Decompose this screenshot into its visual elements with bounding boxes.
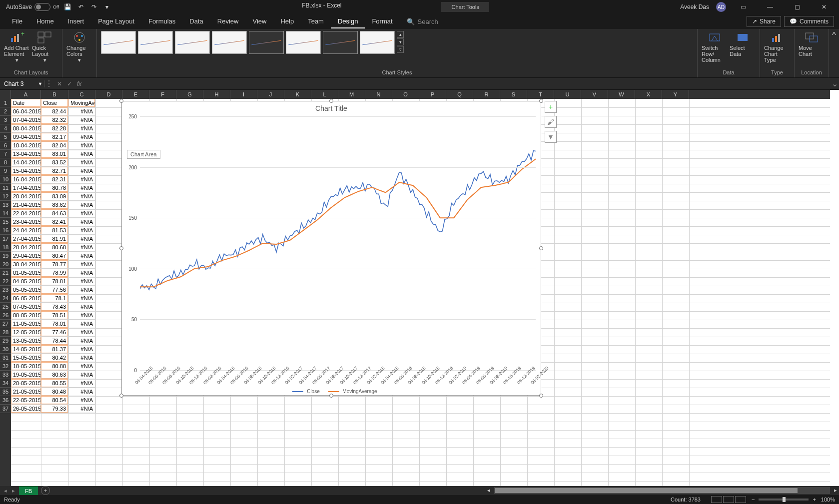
collapse-ribbon-icon[interactable]: ^ — [832, 31, 836, 40]
sheet-nav-prev-icon[interactable]: ◂ — [4, 488, 7, 494]
cell[interactable]: 26-05-2015 — [11, 405, 41, 413]
add-chart-element-button[interactable]: + Add Chart Element ▾ — [4, 31, 30, 63]
ribbon-tab-formulas[interactable]: Formulas — [141, 15, 182, 28]
column-header[interactable]: U — [554, 90, 581, 99]
column-header[interactable]: A — [11, 90, 41, 99]
cell[interactable]: #N/A — [68, 379, 95, 387]
minimize-button[interactable]: — — [760, 0, 780, 14]
cell[interactable]: 84.63 — [41, 209, 68, 217]
cell[interactable]: 05-05-2015 — [11, 286, 41, 294]
close-button[interactable]: ✕ — [814, 0, 834, 14]
column-header[interactable]: T — [527, 90, 554, 99]
cell[interactable]: 07-04-2015 — [11, 116, 41, 124]
row-header[interactable]: 24 — [0, 294, 11, 303]
cell[interactable]: 83.52 — [41, 158, 68, 166]
autosave-toggle[interactable]: AutoSave Off — [6, 3, 59, 11]
ribbon-tab-page-layout[interactable]: Page Layout — [91, 15, 141, 28]
cell[interactable]: 79.33 — [41, 405, 68, 413]
cell[interactable]: 23-04-2015 — [11, 218, 41, 226]
user-name[interactable]: Aveek Das — [680, 3, 709, 10]
row-header[interactable]: 26 — [0, 311, 11, 320]
cell[interactable]: 81.91 — [41, 235, 68, 243]
row-header[interactable]: 31 — [0, 354, 11, 362]
column-header[interactable]: D — [95, 90, 122, 99]
cell[interactable]: 01-05-2015 — [11, 269, 41, 277]
cell[interactable]: 11-05-2015 — [11, 320, 41, 328]
cell[interactable]: 82.32 — [41, 116, 68, 124]
chart-elements-button[interactable]: + — [545, 101, 557, 113]
cell[interactable]: #N/A — [68, 218, 95, 226]
row-header[interactable]: 10 — [0, 175, 11, 184]
column-header[interactable]: M — [338, 90, 365, 99]
formula-bar-expand-icon[interactable]: ⌄ — [830, 79, 839, 88]
row-header[interactable]: 15 — [0, 218, 11, 226]
cell[interactable]: #N/A — [68, 201, 95, 209]
cell[interactable]: #N/A — [68, 184, 95, 192]
chart-style-thumb[interactable] — [286, 31, 321, 54]
cell[interactable]: 16-04-2015 — [11, 175, 41, 183]
user-avatar[interactable]: AD — [716, 2, 726, 12]
resize-handle[interactable] — [539, 246, 543, 250]
column-header[interactable]: Q — [446, 90, 473, 99]
column-header[interactable]: L — [311, 90, 338, 99]
row-header[interactable]: 28 — [0, 328, 11, 337]
cell[interactable]: 24-04-2015 — [11, 226, 41, 234]
cell[interactable]: 80.48 — [41, 388, 68, 396]
cell-header[interactable]: MovingAverage — [68, 99, 95, 107]
cell[interactable]: #N/A — [68, 362, 95, 370]
chart-style-thumb[interactable] — [101, 31, 136, 54]
ribbon-tab-help[interactable]: Help — [273, 15, 301, 28]
cell[interactable]: #N/A — [68, 192, 95, 200]
column-header[interactable]: W — [608, 90, 635, 99]
row-header[interactable]: 14 — [0, 209, 11, 218]
cell[interactable]: #N/A — [68, 175, 95, 183]
ribbon-tab-home[interactable]: Home — [29, 15, 61, 28]
switch-row-column-button[interactable]: Switch Row/ Column — [702, 31, 728, 63]
chart-style-thumb[interactable] — [323, 31, 358, 54]
change-chart-type-button[interactable]: Change Chart Type — [764, 31, 790, 63]
row-header[interactable]: 18 — [0, 243, 11, 252]
worksheet-area[interactable]: ABCDEFGHIJKLMNOPQRSTUVWXY 12345678910111… — [0, 90, 839, 486]
column-header[interactable]: I — [230, 90, 257, 99]
cell[interactable]: #N/A — [68, 286, 95, 294]
column-header[interactable]: P — [419, 90, 446, 99]
column-header[interactable]: H — [203, 90, 230, 99]
resize-handle[interactable] — [539, 394, 543, 398]
embedded-chart[interactable]: Chart Title Chart Area 050100150200250 0… — [121, 101, 541, 396]
enter-formula-icon[interactable]: ✓ — [67, 80, 72, 87]
row-header[interactable]: 7 — [0, 150, 11, 158]
cell[interactable]: 78.01 — [41, 320, 68, 328]
cell[interactable]: 82.41 — [41, 218, 68, 226]
undo-icon[interactable]: ↶ — [77, 3, 85, 11]
cell[interactable]: #N/A — [68, 243, 95, 251]
cell[interactable]: #N/A — [68, 269, 95, 277]
cell[interactable]: #N/A — [68, 209, 95, 217]
select-all-corner[interactable] — [0, 90, 11, 99]
cell[interactable]: 06-04-2015 — [11, 107, 41, 115]
cell[interactable]: #N/A — [68, 388, 95, 396]
row-header[interactable]: 4 — [0, 124, 11, 133]
column-header[interactable]: F — [149, 90, 176, 99]
cell[interactable]: 80.42 — [41, 354, 68, 362]
cell[interactable]: #N/A — [68, 158, 95, 166]
row-header[interactable]: 2 — [0, 107, 11, 116]
row-header[interactable]: 17 — [0, 235, 11, 243]
cell[interactable]: 80.68 — [41, 243, 68, 251]
cell[interactable]: #N/A — [68, 252, 95, 260]
cell[interactable]: #N/A — [68, 303, 95, 311]
ribbon-tab-view[interactable]: View — [245, 15, 273, 28]
cancel-formula-icon[interactable]: ✕ — [57, 80, 62, 87]
resize-handle[interactable] — [329, 99, 333, 103]
new-sheet-button[interactable]: + — [41, 486, 50, 495]
row-header[interactable]: 29 — [0, 337, 11, 345]
cell[interactable]: #N/A — [68, 260, 95, 268]
cell[interactable]: 83.09 — [41, 192, 68, 200]
quick-layout-button[interactable]: Quick Layout ▾ — [32, 31, 58, 63]
row-header[interactable]: 19 — [0, 252, 11, 260]
select-data-button[interactable]: Select Data — [730, 31, 756, 57]
page-layout-view-button[interactable] — [723, 496, 734, 503]
comments-button[interactable]: 💬 Comments — [784, 16, 834, 27]
cell[interactable]: 82.28 — [41, 124, 68, 132]
cell[interactable]: 80.47 — [41, 252, 68, 260]
cell[interactable]: 13-05-2015 — [11, 337, 41, 345]
